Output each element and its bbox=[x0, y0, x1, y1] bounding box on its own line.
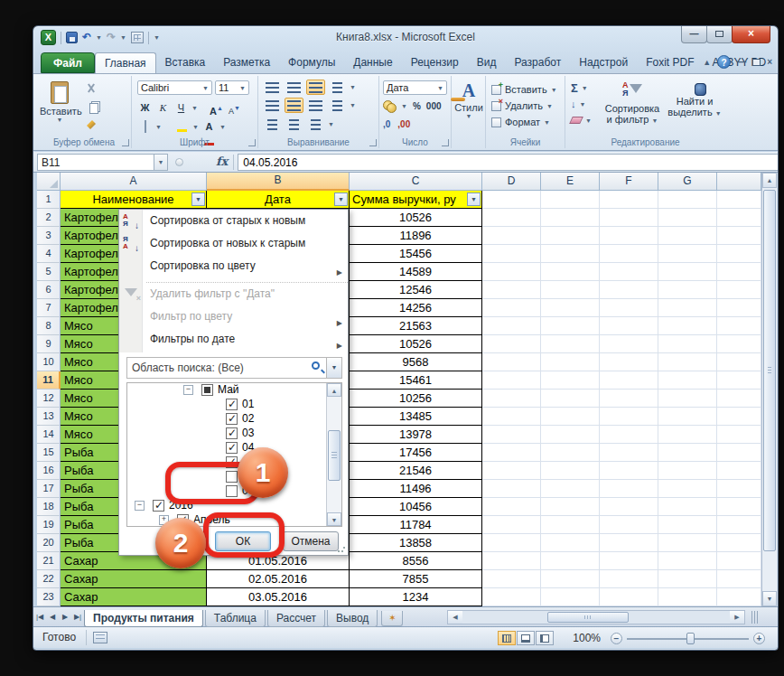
tree-scroll-up-icon[interactable]: ▲ bbox=[327, 383, 341, 397]
sheet-tab-рассчет[interactable]: Рассчет bbox=[267, 610, 325, 627]
find-select-button[interactable]: Найти и выделить ▼ bbox=[667, 81, 723, 119]
ribbon-tab-разработ[interactable]: Разработ bbox=[505, 52, 570, 73]
orientation-button[interactable] bbox=[328, 80, 347, 95]
cell-empty[interactable] bbox=[600, 209, 658, 227]
row-header-22[interactable]: 22 bbox=[37, 570, 61, 588]
row-header-12[interactable]: 12 bbox=[37, 390, 61, 408]
checkbox-03[interactable] bbox=[226, 427, 238, 439]
cell-empty[interactable] bbox=[658, 335, 717, 353]
cell-empty[interactable] bbox=[658, 462, 717, 480]
alignment-dialog-launcher[interactable] bbox=[369, 139, 377, 146]
tree-scroll-thumb[interactable] bbox=[328, 430, 341, 481]
cell-empty[interactable] bbox=[717, 480, 761, 498]
clipboard-dialog-launcher[interactable] bbox=[122, 139, 129, 146]
horizontal-scroll-thumb[interactable] bbox=[547, 612, 629, 623]
styles-button[interactable]: А Стили ▼ bbox=[449, 79, 489, 136]
cell-sum-15[interactable]: 17456 bbox=[350, 444, 482, 462]
ribbon-tab-рецензир[interactable]: Рецензир bbox=[402, 52, 468, 73]
row-header-2[interactable]: 2 bbox=[37, 209, 61, 227]
increase-decimal-button[interactable]: ,0 bbox=[383, 119, 390, 129]
checkbox-Май[interactable] bbox=[201, 384, 213, 396]
align-top-button[interactable] bbox=[263, 80, 282, 95]
cell-empty[interactable] bbox=[541, 263, 600, 281]
ribbon-tab-формулы[interactable]: Формулы bbox=[279, 52, 344, 73]
menu-item-5[interactable]: Фильтры по дате▶ bbox=[119, 328, 348, 351]
workbook-restore-icon[interactable] bbox=[752, 59, 761, 66]
row-header-14[interactable]: 14 bbox=[37, 426, 61, 444]
cell-empty[interactable] bbox=[482, 371, 541, 390]
cell-empty[interactable] bbox=[658, 390, 717, 408]
cell-empty[interactable] bbox=[482, 191, 541, 209]
row-header-11[interactable]: 11 bbox=[37, 371, 61, 390]
cell-empty[interactable] bbox=[717, 516, 761, 534]
cell-sum-9[interactable]: 10526 bbox=[350, 335, 482, 353]
cell-empty[interactable] bbox=[717, 335, 761, 353]
cell-empty[interactable] bbox=[717, 245, 761, 263]
filter-button-c[interactable]: ▼ bbox=[467, 192, 481, 206]
align-left-button[interactable] bbox=[263, 98, 282, 113]
cell-sum-8[interactable]: 21563 bbox=[350, 317, 482, 335]
page-break-view-button[interactable] bbox=[536, 631, 554, 645]
column-header-F[interactable]: F bbox=[600, 173, 658, 191]
row-header-17[interactable]: 17 bbox=[37, 480, 61, 498]
row-header-16[interactable]: 16 bbox=[37, 462, 61, 480]
cell-empty[interactable] bbox=[541, 209, 600, 227]
row-header-20[interactable]: 20 bbox=[37, 534, 61, 552]
row-header-13[interactable]: 13 bbox=[37, 408, 61, 426]
fill-color-dropdown-icon[interactable]: ▼ bbox=[192, 124, 199, 130]
cell-empty[interactable] bbox=[600, 299, 658, 317]
font-family-select[interactable]: Calibri▼ bbox=[137, 80, 212, 95]
cell-empty[interactable] bbox=[482, 588, 541, 606]
row-header-6[interactable]: 6 bbox=[37, 281, 61, 299]
row-header-15[interactable]: 15 bbox=[37, 444, 61, 462]
cell-empty[interactable] bbox=[658, 408, 717, 426]
tree-item-01[interactable]: 01 bbox=[127, 398, 341, 412]
cell-empty[interactable] bbox=[541, 371, 600, 390]
cell-empty[interactable] bbox=[717, 299, 761, 317]
cell-empty[interactable] bbox=[482, 444, 541, 462]
scroll-down-icon[interactable]: ▼ bbox=[762, 591, 777, 606]
cancel-button[interactable]: Отмена bbox=[283, 531, 339, 551]
cell-empty[interactable] bbox=[482, 209, 541, 227]
cell-empty[interactable] bbox=[600, 390, 658, 408]
cell-empty[interactable] bbox=[717, 209, 761, 227]
cell-sum-19[interactable]: 11784 bbox=[350, 516, 482, 534]
tree-scroll-down-icon[interactable]: ▼ bbox=[327, 512, 341, 526]
sheet-tab-таблица[interactable]: Таблица bbox=[205, 610, 266, 627]
cell-empty[interactable] bbox=[600, 552, 658, 570]
cell-empty[interactable] bbox=[541, 498, 600, 516]
cell-empty[interactable] bbox=[482, 534, 541, 552]
cell-sum-2[interactable]: 10526 bbox=[350, 209, 482, 227]
scroll-up-icon[interactable]: ▲ bbox=[762, 173, 777, 188]
cell-empty[interactable] bbox=[482, 426, 541, 444]
cell-empty[interactable] bbox=[658, 552, 717, 570]
cell-sum-3[interactable]: 11896 bbox=[350, 227, 482, 245]
align-center-button[interactable] bbox=[285, 98, 303, 113]
cell-empty[interactable] bbox=[717, 353, 761, 371]
workbook-close-icon[interactable]: × bbox=[767, 56, 772, 69]
bold-button[interactable]: Ж bbox=[137, 100, 153, 115]
row-header-3[interactable]: 3 bbox=[37, 227, 61, 245]
cell-empty[interactable] bbox=[482, 281, 541, 299]
cell-empty[interactable] bbox=[658, 209, 717, 227]
cell-empty[interactable] bbox=[541, 299, 600, 317]
tree-scrollbar[interactable]: ▲ ▼ bbox=[326, 383, 341, 526]
scroll-left-icon[interactable]: ◀ bbox=[448, 611, 462, 624]
cell-empty[interactable] bbox=[482, 335, 541, 353]
percent-style-button[interactable]: % bbox=[413, 101, 421, 111]
row-header-19[interactable]: 19 bbox=[37, 516, 61, 534]
wrap-dropdown-icon[interactable]: ▼ bbox=[328, 121, 334, 127]
tab-split-handle[interactable] bbox=[751, 611, 758, 624]
cell-empty[interactable] bbox=[600, 191, 658, 209]
formula-input[interactable]: 04.05.2016 bbox=[238, 154, 778, 171]
workbook-minimize-icon[interactable]: — bbox=[737, 56, 746, 69]
cell-empty[interactable] bbox=[482, 263, 541, 281]
increase-indent-button[interactable] bbox=[285, 117, 303, 132]
clear-button[interactable]: ▼ bbox=[571, 112, 592, 128]
cell-sum-17[interactable]: 11496 bbox=[350, 480, 482, 498]
cell-empty[interactable] bbox=[482, 353, 541, 371]
cell-empty[interactable] bbox=[600, 462, 658, 480]
menu-item-2[interactable]: Сортировка по цвету▶ bbox=[119, 255, 348, 277]
cell-empty[interactable] bbox=[658, 444, 717, 462]
help-icon[interactable]: ? bbox=[717, 55, 731, 69]
